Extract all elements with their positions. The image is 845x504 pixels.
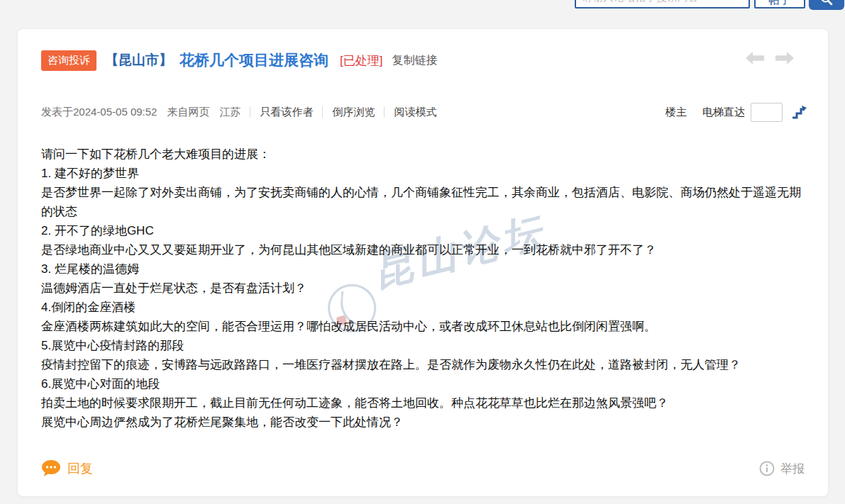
post-card: 咨询投诉 【昆山市】 花桥几个项目进展咨询 [已处理] 复制链接 发表于2024… xyxy=(17,28,829,497)
body-line: 2. 开不了的绿地GHC xyxy=(41,221,809,240)
floor-label: 楼主 xyxy=(665,106,687,119)
elevator-jump-icon xyxy=(791,105,807,119)
post-footer: 回复 举报 xyxy=(41,457,805,480)
next-thread-button[interactable] xyxy=(775,52,794,65)
reverse-order-link[interactable]: 倒序浏览 xyxy=(332,106,375,119)
body-line: 拍卖土地的时候要求限期开工，截止目前无任何动工迹象，能否将土地回收。种点花花草草… xyxy=(41,393,809,413)
search-submit-button[interactable] xyxy=(809,0,844,10)
divider xyxy=(384,106,385,118)
divider xyxy=(250,106,250,118)
post-meta-row: 发表于2024-05-05 09:52 来自网页 江苏 只看该作者 倒序浏览 阅… xyxy=(41,102,807,122)
search-input[interactable] xyxy=(575,0,750,9)
floor-jump-go-button[interactable] xyxy=(791,105,807,119)
report-button[interactable]: 举报 xyxy=(759,461,805,477)
post-region: 江苏 xyxy=(219,106,241,119)
reply-button[interactable]: 回复 xyxy=(41,459,93,478)
body-line: 金座酒楼两栋建筑如此大的空间，能否合理运用？哪怕改成居民活动中心，或者改成环卫休… xyxy=(41,317,809,336)
body-line: 是否绿地商业中心又又又要延期开业了，为何昆山其他区域新建的商业都可以正常开业，一… xyxy=(41,240,809,259)
body-line: 请问一下如下花桥几个老大难项目的进展： xyxy=(41,145,809,164)
body-line: 5.展览中心疫情封路的那段 xyxy=(41,336,809,355)
magnifier-icon xyxy=(820,0,833,6)
floor-jump-input[interactable] xyxy=(751,103,783,122)
body-line: 4.倒闭的金座酒楼 xyxy=(41,298,809,317)
copy-link-button[interactable]: 复制链接 xyxy=(392,53,437,68)
city-tag-link[interactable]: 【昆山市】 xyxy=(105,51,172,69)
arrow-left-icon xyxy=(746,52,764,65)
top-search-bar: 帖子 xyxy=(0,0,845,11)
status-tag: [已处理] xyxy=(340,52,382,69)
post-title: 花桥几个项目进展咨询 xyxy=(180,50,328,70)
post-source: 来自网页 xyxy=(167,106,209,119)
body-line: 1. 建不好的梦世界 xyxy=(41,164,809,183)
arrow-right-icon xyxy=(775,52,794,65)
post-time: 发表于2024-05-05 09:52 xyxy=(41,106,157,119)
body-line: 温德姆酒店一直处于烂尾状态，是否有盘活计划？ xyxy=(41,279,809,298)
report-label: 举报 xyxy=(780,461,805,477)
search-type-button[interactable]: 帖子 xyxy=(754,0,805,9)
prev-thread-button[interactable] xyxy=(746,52,764,65)
elevator-label: 电梯直达 xyxy=(702,106,745,119)
body-line: 是否梦世界一起除了对外卖出商铺，为了安抚卖商铺的人的心情，几个商铺象征性完工，其… xyxy=(41,183,809,221)
info-circle-icon xyxy=(759,461,775,476)
category-badge[interactable]: 咨询投诉 xyxy=(41,50,96,71)
body-line: 疫情封控留下的痕迹，安博路与远政路路口，一堆医疗器材摆放在路上。是否就作为废物永… xyxy=(41,355,809,374)
reply-label: 回复 xyxy=(67,460,93,477)
body-line: 3. 烂尾楼的温德姆 xyxy=(41,259,809,279)
divider xyxy=(322,106,323,118)
body-line: 6.展览中心对面的地段 xyxy=(41,374,809,393)
speech-bubble-icon xyxy=(41,459,61,478)
only-author-link[interactable]: 只看该作者 xyxy=(260,106,313,119)
post-body: 请问一下如下花桥几个老大难项目的进展： 1. 建不好的梦世界 是否梦世界一起除了… xyxy=(41,145,809,432)
read-mode-link[interactable]: 阅读模式 xyxy=(394,106,436,119)
post-header: 咨询投诉 【昆山市】 花桥几个项目进展咨询 [已处理] 复制链接 xyxy=(41,49,729,72)
body-line: 展览中心周边俨然成为了花桥烂尾聚集地，能否改变一下此处情况？ xyxy=(41,413,809,432)
meta-right-group: 楼主 电梯直达 xyxy=(665,103,807,122)
thread-nav xyxy=(746,52,794,65)
